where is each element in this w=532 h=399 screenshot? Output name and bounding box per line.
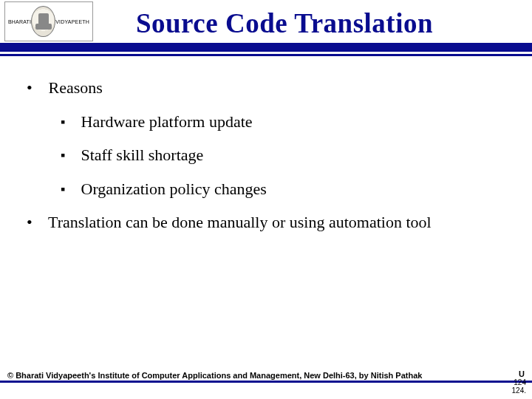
slide-header: BHARATI VIDYAPEETH Source Code Translati… bbox=[0, 0, 532, 59]
bullet-level2: Hardware platform update bbox=[61, 112, 514, 132]
slide-body: Reasons Hardware platform update Staff s… bbox=[0, 70, 532, 243]
bullet-text: Reasons bbox=[49, 78, 103, 97]
bullet-text: Staff skill shortage bbox=[81, 146, 204, 164]
footer-page-number: 124 124. bbox=[512, 378, 526, 395]
slide-title: Source Code Translation bbox=[0, 7, 532, 39]
bullet-level1: Translation can be done manually or usin… bbox=[28, 212, 514, 233]
footer-rule bbox=[0, 381, 532, 383]
footer-badge: U bbox=[519, 369, 525, 378]
header-rule-thin bbox=[0, 54, 532, 56]
bullet-level1: Reasons bbox=[28, 78, 514, 98]
page-num-b: 124. bbox=[512, 386, 526, 395]
page-num-a: 124 bbox=[514, 378, 526, 386]
slide-footer: © Bharati Vidyapeeth's Institute of Comp… bbox=[0, 369, 532, 389]
bullet-text: Translation can be done manually or usin… bbox=[48, 213, 432, 231]
bullet-level2: Staff skill shortage bbox=[61, 145, 514, 166]
header-rule-thick bbox=[0, 43, 532, 52]
footer-copyright: © Bharati Vidyapeeth's Institute of Comp… bbox=[7, 371, 422, 380]
sub-bullet-list: Hardware platform update Staff skill sho… bbox=[61, 112, 514, 200]
bullet-text: Organization policy changes bbox=[81, 180, 267, 198]
bullet-level2: Organization policy changes bbox=[61, 179, 514, 200]
bullet-text: Hardware platform update bbox=[81, 112, 253, 131]
